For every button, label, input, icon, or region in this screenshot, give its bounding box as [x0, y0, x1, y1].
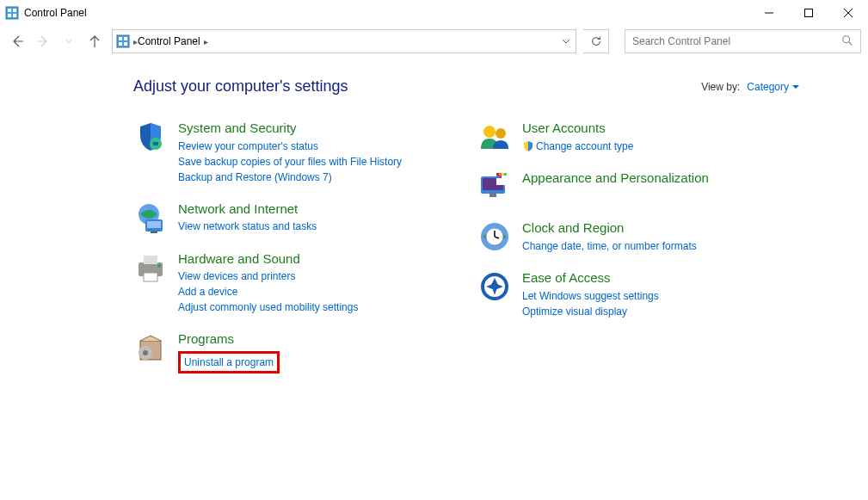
svg-point-14 — [843, 35, 850, 42]
search-input[interactable] — [632, 35, 841, 47]
shield-icon[interactable] — [133, 120, 168, 154]
category-item: User AccountsChange account type — [477, 120, 770, 154]
globe-icon[interactable] — [133, 201, 168, 235]
svg-rect-11 — [124, 37, 127, 40]
search-icon — [841, 34, 853, 49]
category-title[interactable]: Clock and Region — [522, 219, 697, 237]
view-by-label: View by: — [701, 81, 740, 93]
category-item: System and SecurityReview your computer'… — [133, 120, 426, 185]
breadcrumb-item[interactable]: Control Panel — [138, 35, 200, 47]
svg-rect-40 — [499, 176, 502, 178]
category-title[interactable]: Ease of Access — [522, 269, 659, 287]
category-link[interactable]: Save backup copies of your files with Fi… — [178, 154, 402, 170]
category-link[interactable]: View devices and printers — [178, 269, 358, 284]
window-title: Control Panel — [24, 7, 87, 19]
category-link[interactable]: Let Windows suggest settings — [522, 288, 659, 304]
svg-line-15 — [849, 41, 853, 45]
clock-icon[interactable] — [477, 219, 512, 254]
category-link[interactable]: Backup and Restore (Windows 7) — [178, 170, 402, 185]
svg-rect-17 — [153, 142, 158, 145]
view-by-value: Category — [747, 81, 789, 93]
category-item: ProgramsUninstall a program — [133, 330, 426, 373]
category-link[interactable]: Change account type — [522, 139, 633, 154]
svg-rect-36 — [499, 173, 502, 176]
navigation-row: ▸ Control Panel ▸ — [0, 26, 868, 57]
category-link[interactable]: Optimize visual display — [522, 304, 659, 319]
ease-icon[interactable] — [477, 269, 512, 304]
svg-point-28 — [143, 350, 148, 355]
title-bar: Control Panel — [0, 0, 868, 26]
category-title[interactable]: System and Security — [178, 120, 402, 137]
category-title[interactable]: User Accounts — [522, 120, 633, 137]
svg-point-25 — [157, 264, 161, 268]
svg-rect-23 — [144, 256, 157, 264]
svg-rect-33 — [489, 194, 496, 197]
category-item: Ease of AccessLet Windows suggest settin… — [477, 269, 770, 319]
svg-rect-20 — [147, 221, 161, 228]
svg-rect-39 — [496, 176, 499, 178]
control-panel-icon — [116, 34, 130, 48]
category-link[interactable]: Adjust commonly used mobility settings — [178, 299, 358, 315]
address-bar[interactable]: ▸ Control Panel ▸ — [112, 29, 576, 53]
svg-rect-37 — [502, 173, 504, 176]
page-title: Adjust your computer's settings — [133, 77, 348, 96]
category-link[interactable]: Review your computer's status — [178, 139, 402, 154]
address-dropdown[interactable] — [555, 29, 576, 53]
svg-rect-13 — [124, 42, 127, 46]
view-by-dropdown[interactable]: Category — [747, 81, 799, 93]
control-panel-icon — [5, 6, 19, 20]
box-icon[interactable] — [133, 330, 168, 365]
maximize-button[interactable] — [789, 0, 828, 26]
users-icon[interactable] — [477, 120, 512, 154]
up-button[interactable] — [88, 34, 102, 48]
category-title[interactable]: Programs — [178, 330, 280, 348]
minimize-button[interactable] — [749, 0, 789, 26]
svg-rect-12 — [119, 42, 122, 46]
svg-point-29 — [483, 126, 496, 138]
category-item: Network and InternetView network status … — [133, 201, 426, 235]
category-link[interactable]: Uninstall a program — [184, 355, 274, 370]
category-link[interactable]: Add a device — [178, 284, 358, 299]
svg-rect-38 — [504, 173, 507, 176]
back-button[interactable] — [10, 34, 24, 48]
svg-rect-4 — [13, 14, 16, 17]
view-by: View by: Category — [701, 81, 799, 93]
forward-button[interactable] — [36, 34, 50, 48]
category-column-right: User AccountsChange account typeAppearan… — [477, 120, 770, 389]
chevron-right-icon[interactable]: ▸ — [204, 37, 208, 46]
recent-dropdown[interactable] — [62, 34, 76, 48]
category-link[interactable]: Change date, time, or number formats — [522, 238, 697, 254]
window-controls — [749, 0, 868, 26]
svg-rect-6 — [805, 9, 813, 17]
svg-rect-35 — [496, 173, 499, 176]
content-area: Adjust your computer's settings View by:… — [0, 57, 868, 389]
highlighted-link: Uninstall a program — [178, 351, 280, 373]
category-column-left: System and SecurityReview your computer'… — [133, 120, 426, 389]
svg-rect-10 — [119, 37, 122, 40]
category-title[interactable]: Network and Internet — [178, 201, 317, 218]
category-title[interactable]: Hardware and Sound — [178, 250, 358, 268]
svg-rect-24 — [144, 273, 157, 281]
printer-icon[interactable] — [133, 250, 168, 285]
svg-rect-1 — [8, 9, 11, 12]
refresh-button[interactable] — [583, 29, 609, 53]
svg-rect-3 — [8, 14, 11, 17]
search-box[interactable] — [625, 29, 861, 53]
category-item: Hardware and SoundView devices and print… — [133, 250, 426, 316]
appearance-icon[interactable] — [477, 170, 512, 204]
close-button[interactable] — [828, 0, 868, 26]
category-item: Clock and RegionChange date, time, or nu… — [477, 219, 770, 254]
category-item: Appearance and Personalization — [477, 170, 770, 204]
category-link[interactable]: View network status and tasks — [178, 219, 317, 234]
category-title[interactable]: Appearance and Personalization — [522, 170, 709, 187]
svg-point-30 — [496, 128, 506, 139]
svg-rect-21 — [151, 231, 157, 233]
svg-rect-2 — [13, 9, 16, 12]
